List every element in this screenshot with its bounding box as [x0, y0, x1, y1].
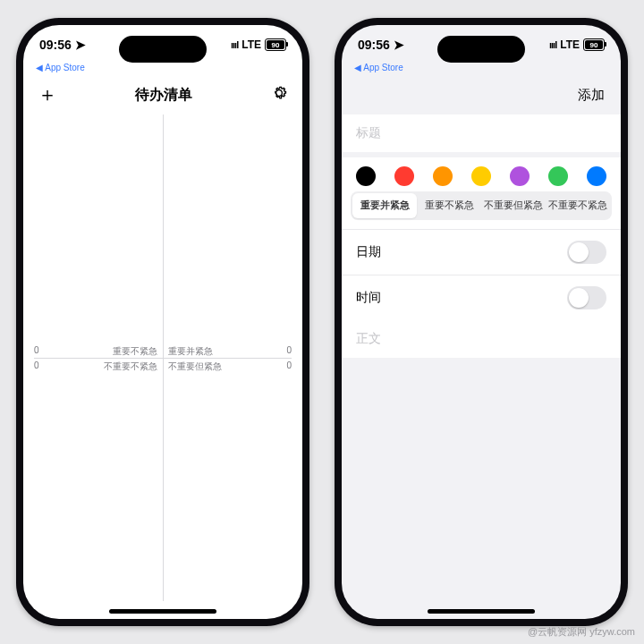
time-label: 时间 — [356, 290, 381, 306]
add-action[interactable]: 添加 — [578, 87, 605, 104]
date-row: 日期 — [342, 229, 621, 275]
color-swatch-4[interactable] — [510, 166, 530, 186]
clock-text: 09:56 — [39, 38, 72, 52]
dynamic-island — [437, 36, 525, 63]
home-indicator[interactable] — [109, 609, 216, 614]
status-right: ıııl LTE 90 — [231, 38, 286, 51]
status-right: ıııl LTE 90 — [549, 38, 605, 51]
color-swatch-5[interactable] — [548, 166, 568, 186]
options-section: 重要并紧急重要不紧急不重要但紧急不重要不紧急 日期 时间 — [342, 157, 621, 320]
screen-add: 09:56 ➤ ıııl LTE 90 ◀ App Store 添加 标题 — [342, 25, 621, 619]
segment-2[interactable]: 不重要但紧急 — [481, 193, 546, 218]
clock-text: 09:56 — [358, 38, 390, 52]
watermark: @云帆资源网 yfzyw.com — [528, 625, 635, 639]
body-section: 正文 — [342, 320, 621, 358]
date-label: 日期 — [356, 244, 381, 260]
add-button[interactable]: ＋ — [38, 85, 57, 105]
gear-icon — [270, 84, 288, 102]
title-input[interactable]: 标题 — [342, 114, 621, 152]
quadrant-count-bottom-left: 0 — [34, 360, 39, 370]
segment-3[interactable]: 不重要不紧急 — [546, 193, 610, 218]
quadrant-matrix: 重要不紧急 重要并紧急 不重要不紧急 不重要但紧急 0 0 0 0 — [34, 114, 292, 601]
title-section: 标题 — [342, 114, 621, 152]
breadcrumb-appstore[interactable]: ◀ App Store — [36, 63, 85, 72]
location-icon: ➤ — [75, 38, 86, 52]
quadrant-count-top-left: 0 — [34, 345, 39, 355]
network-label: LTE — [560, 38, 580, 51]
priority-segmented[interactable]: 重要并紧急重要不紧急不重要但紧急不重要不紧急 — [351, 191, 612, 220]
divider-horizontal — [34, 358, 292, 359]
status-time: 09:56 ➤ — [39, 38, 86, 52]
quadrant-label-top-left: 重要不紧急 — [113, 345, 157, 358]
body-input[interactable]: 正文 — [342, 320, 621, 358]
quadrant-label-bottom-right: 不重要但紧急 — [168, 360, 222, 373]
color-picker — [342, 157, 621, 191]
quadrant-count-top-right: 0 — [286, 345, 292, 355]
settings-button[interactable] — [270, 84, 288, 106]
signal-icon: ıııl — [231, 39, 238, 50]
signal-icon: ıııl — [549, 39, 556, 50]
quadrant-label-bottom-left: 不重要不紧急 — [104, 360, 157, 373]
page-title: 待办清单 — [135, 86, 192, 105]
color-swatch-3[interactable] — [471, 166, 491, 186]
screen-list: 09:56 ➤ ıııl LTE 90 ◀ App Store ＋ 待办清单 — [23, 25, 302, 619]
time-row: 时间 — [342, 275, 621, 320]
breadcrumb-appstore[interactable]: ◀ App Store — [354, 63, 403, 72]
color-swatch-0[interactable] — [356, 166, 376, 186]
phone-frame-list: 09:56 ➤ ıııl LTE 90 ◀ App Store ＋ 待办清单 — [16, 18, 309, 626]
date-toggle[interactable] — [567, 241, 606, 264]
nav-bar-add: 添加 — [342, 77, 621, 113]
color-swatch-6[interactable] — [587, 166, 606, 186]
segment-0[interactable]: 重要并紧急 — [352, 193, 417, 218]
phone-frame-add: 09:56 ➤ ıııl LTE 90 ◀ App Store 添加 标题 — [335, 18, 628, 626]
color-swatch-1[interactable] — [394, 166, 414, 186]
battery-icon: 90 — [265, 38, 286, 51]
network-label: LTE — [242, 38, 261, 51]
quadrant-label-top-right: 重要并紧急 — [168, 345, 213, 358]
dynamic-island — [119, 36, 207, 63]
color-swatch-2[interactable] — [433, 166, 453, 186]
status-time: 09:56 ➤ — [358, 38, 404, 52]
nav-bar: ＋ 待办清单 — [23, 77, 302, 113]
quadrant-count-bottom-right: 0 — [286, 360, 292, 370]
location-icon: ➤ — [394, 38, 404, 52]
time-toggle[interactable] — [567, 286, 606, 309]
battery-icon: 90 — [583, 38, 605, 51]
home-indicator[interactable] — [428, 609, 535, 614]
segment-1[interactable]: 重要不紧急 — [417, 193, 481, 218]
